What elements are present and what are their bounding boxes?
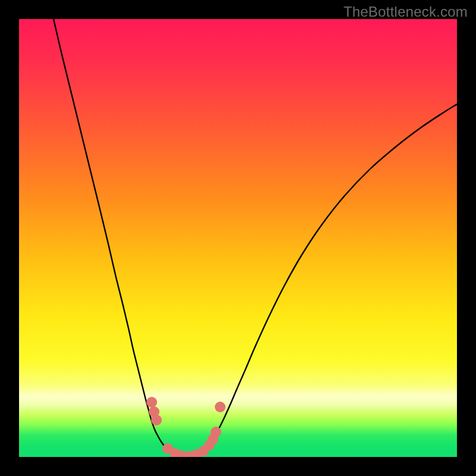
data-marker [151, 415, 162, 425]
plot-area [19, 19, 457, 457]
marker-group [146, 397, 226, 457]
bottleneck-curve [54, 19, 457, 457]
watermark-text: TheBottleneck.com [343, 4, 468, 20]
chart-overlay [19, 19, 457, 457]
data-marker [211, 427, 221, 437]
data-marker [146, 397, 157, 408]
data-marker [215, 402, 226, 412]
chart-frame: TheBottleneck.com [0, 0, 476, 476]
